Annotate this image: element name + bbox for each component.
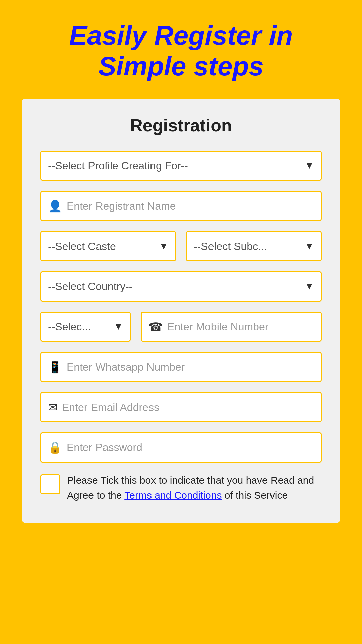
whatsapp-icon: 📱 bbox=[48, 360, 62, 374]
registration-form-card: Registration --Select Profile Creating F… bbox=[22, 99, 340, 523]
profile-select[interactable]: --Select Profile Creating For-- bbox=[48, 160, 305, 172]
caste-select-arrow-icon: ▼ bbox=[159, 241, 168, 252]
password-wrapper: 🔒 bbox=[40, 432, 322, 463]
terms-row: Please Tick this box to indicate that yo… bbox=[40, 473, 322, 503]
phone-icon: ☎ bbox=[148, 320, 163, 333]
email-field: ✉ bbox=[40, 392, 322, 422]
page-title: Easily Register in Simple steps bbox=[69, 20, 293, 82]
person-icon: 👤 bbox=[48, 199, 62, 213]
registrant-name-input[interactable] bbox=[67, 200, 314, 212]
email-icon: ✉ bbox=[48, 400, 57, 414]
phone-code-select-wrapper[interactable]: --Selec... ▼ bbox=[40, 312, 131, 342]
country-select[interactable]: --Select Country-- bbox=[48, 280, 305, 292]
caste-select-field: --Select Caste ▼ bbox=[40, 231, 176, 261]
subcaste-select[interactable]: --Select Subc... bbox=[194, 240, 305, 252]
whatsapp-number-input[interactable] bbox=[67, 361, 314, 373]
registrant-name-wrapper: 👤 bbox=[40, 191, 322, 221]
subcaste-select-arrow-icon: ▼ bbox=[305, 241, 314, 252]
phone-code-select[interactable]: --Selec... bbox=[48, 321, 114, 333]
terms-text: Please Tick this box to indicate that yo… bbox=[67, 473, 322, 503]
mobile-number-field: ☎ bbox=[141, 312, 322, 342]
country-select-arrow-icon: ▼ bbox=[305, 281, 314, 292]
email-input[interactable] bbox=[62, 401, 314, 414]
caste-row: --Select Caste ▼ --Select Subc... ▼ bbox=[40, 231, 322, 261]
mobile-number-wrapper: ☎ bbox=[141, 312, 322, 342]
mobile-number-input[interactable] bbox=[167, 321, 314, 333]
lock-icon: 🔒 bbox=[48, 441, 62, 454]
country-select-field: --Select Country-- ▼ bbox=[40, 271, 322, 302]
registrant-name-field: 👤 bbox=[40, 191, 322, 221]
subcaste-select-wrapper[interactable]: --Select Subc... ▼ bbox=[186, 231, 322, 261]
caste-select-wrapper[interactable]: --Select Caste ▼ bbox=[40, 231, 176, 261]
phone-code-arrow-icon: ▼ bbox=[114, 321, 123, 332]
terms-link[interactable]: Terms and Conditions bbox=[124, 490, 222, 501]
whatsapp-number-field: 📱 bbox=[40, 352, 322, 382]
phone-code-field: --Selec... ▼ bbox=[40, 312, 131, 342]
profile-select-arrow-icon: ▼ bbox=[305, 160, 314, 171]
subcaste-select-field: --Select Subc... ▼ bbox=[186, 231, 322, 261]
whatsapp-number-wrapper: 📱 bbox=[40, 352, 322, 382]
country-select-wrapper[interactable]: --Select Country-- ▼ bbox=[40, 271, 322, 302]
caste-select[interactable]: --Select Caste bbox=[48, 240, 159, 252]
profile-select-field: --Select Profile Creating For-- ▼ bbox=[40, 151, 322, 181]
profile-select-wrapper[interactable]: --Select Profile Creating For-- ▼ bbox=[40, 151, 322, 181]
phone-row: --Selec... ▼ ☎ bbox=[40, 312, 322, 342]
form-title: Registration bbox=[40, 115, 322, 136]
password-input[interactable] bbox=[67, 441, 314, 454]
password-field: 🔒 bbox=[40, 432, 322, 463]
email-wrapper: ✉ bbox=[40, 392, 322, 422]
terms-checkbox[interactable] bbox=[40, 474, 60, 494]
